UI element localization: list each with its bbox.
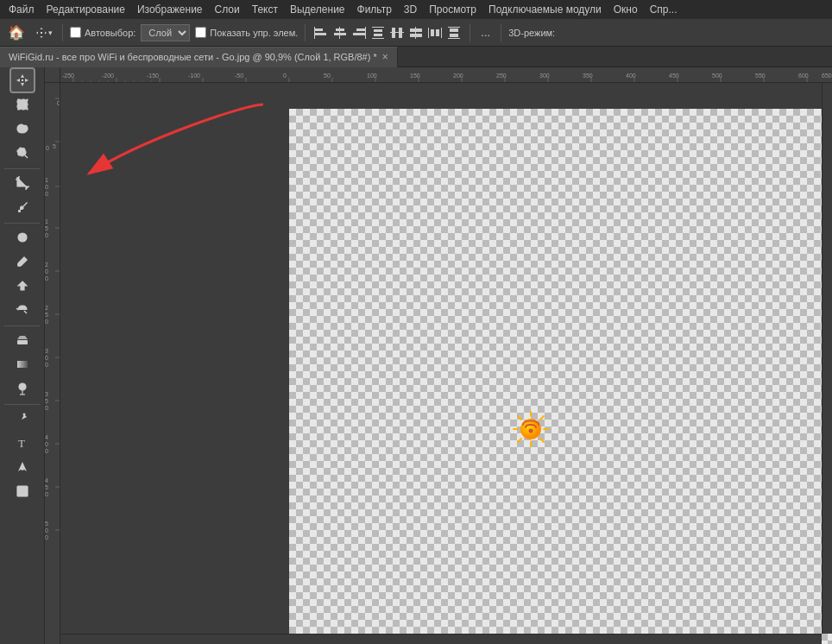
move-tool-btn[interactable]: ▾ — [33, 22, 55, 44]
wifi-sun-icon — [507, 405, 555, 448]
svg-rect-24 — [450, 28, 458, 32]
ruler-top: -250 -200 -150 -100 -50 0 50 100 150 200… — [60, 67, 832, 83]
svg-text:0: 0 — [283, 73, 287, 79]
svg-text:0: 0 — [45, 534, 48, 540]
menu-3d[interactable]: 3D — [399, 2, 422, 17]
svg-text:5: 5 — [45, 398, 48, 404]
distribute-icon[interactable] — [426, 24, 444, 41]
distribute-vert-icon[interactable] — [445, 24, 463, 41]
red-arrow-annotation — [73, 96, 272, 199]
svg-line-143 — [540, 439, 544, 442]
tool-spot-heal[interactable] — [11, 226, 34, 249]
svg-text:2: 2 — [45, 305, 48, 311]
svg-text:500: 500 — [712, 73, 722, 79]
svg-text:650: 650 — [822, 73, 832, 79]
tool-gradient[interactable] — [11, 353, 34, 376]
svg-rect-20 — [431, 29, 434, 36]
svg-rect-6 — [356, 28, 365, 31]
align-left-icon[interactable] — [312, 24, 330, 41]
svg-rect-40 — [17, 340, 28, 344]
tool-dodge[interactable] — [11, 377, 34, 400]
svg-text:450: 450 — [669, 73, 679, 79]
tool-eraser[interactable] — [11, 329, 34, 351]
svg-point-39 — [17, 263, 21, 267]
tool-history-brush[interactable] — [11, 299, 34, 321]
scrollbar-vertical[interactable] — [822, 83, 832, 634]
svg-text:350: 350 — [583, 73, 593, 79]
menu-edit[interactable]: Редактирование — [41, 2, 130, 17]
tool-shape[interactable] — [11, 480, 34, 502]
tool-separator-2 — [4, 223, 40, 224]
workspace: T -250 -200 -150 — [0, 67, 832, 644]
svg-text:-150: -150 — [147, 73, 159, 79]
show-transform-wrap[interactable]: Показать упр. элем. — [195, 27, 298, 38]
distribute-top-icon[interactable] — [369, 24, 387, 41]
menu-plugins[interactable]: Подключаемые модули — [483, 2, 607, 17]
svg-rect-42 — [17, 361, 28, 368]
align-vert-icon[interactable] — [388, 24, 406, 41]
svg-text:600: 600 — [798, 73, 809, 79]
tool-eyedropper[interactable] — [11, 196, 34, 218]
align-right-icon[interactable] — [350, 24, 368, 41]
menu-file[interactable]: Файл — [3, 2, 40, 17]
tool-marquee[interactable] — [11, 93, 34, 116]
tool-type[interactable]: T — [11, 432, 34, 454]
svg-rect-0 — [314, 28, 323, 31]
home-button[interactable]: 🏠 — [5, 22, 28, 44]
menubar: Файл Редактирование Изображение Слои Тек… — [0, 0, 832, 19]
document-tab[interactable]: WiFiGid.ru - все про WiFi и беспроводные… — [0, 47, 398, 67]
wifi-icon-container — [505, 402, 557, 450]
svg-text:0: 0 — [45, 448, 48, 454]
svg-text:1: 1 — [45, 218, 48, 224]
toolbar-separator-2 — [305, 24, 306, 41]
autoselect-select[interactable]: Слой — [141, 24, 190, 41]
align-horiz-icon[interactable] — [407, 24, 425, 41]
svg-text:300: 300 — [539, 73, 550, 79]
menu-help[interactable]: Спр... — [645, 2, 683, 17]
svg-text:400: 400 — [626, 73, 636, 79]
svg-text:5: 5 — [45, 225, 48, 231]
svg-rect-1 — [314, 33, 326, 35]
tool-quick-select[interactable] — [11, 142, 34, 164]
ruler-left: 0 5 0 1 0 0 1 5 0 2 0 0 2 — [45, 83, 60, 644]
svg-rect-12 — [374, 34, 382, 36]
svg-text:4: 4 — [45, 477, 48, 483]
menu-text[interactable]: Текст — [247, 2, 283, 17]
svg-text:5: 5 — [53, 143, 56, 149]
menu-select[interactable]: Выделение — [285, 2, 350, 17]
canvas-area: -250 -200 -150 -100 -50 0 50 100 150 200… — [45, 67, 832, 644]
svg-text:0: 0 — [45, 268, 48, 275]
menu-view[interactable]: Просмотр — [424, 2, 482, 17]
menu-image[interactable]: Изображение — [132, 2, 208, 17]
svg-text:0: 0 — [45, 275, 48, 281]
svg-text:5: 5 — [45, 521, 48, 527]
menu-filter[interactable]: Фильтр — [352, 2, 397, 17]
tool-clone[interactable] — [11, 275, 34, 297]
menu-layers[interactable]: Слои — [210, 2, 245, 17]
svg-text:0: 0 — [45, 319, 48, 325]
tool-move[interactable] — [11, 69, 34, 92]
show-transform-checkbox[interactable] — [195, 27, 206, 38]
tool-brush[interactable] — [11, 250, 34, 273]
svg-point-43 — [19, 383, 26, 390]
autoselect-checkbox[interactable] — [70, 27, 81, 38]
toolbar-separator-1 — [62, 24, 63, 41]
tool-pen[interactable] — [11, 407, 34, 430]
tool-path-select[interactable] — [11, 456, 34, 478]
scrollbar-horizontal[interactable] — [60, 634, 822, 644]
tab-close-btn[interactable]: × — [382, 52, 388, 62]
svg-rect-48 — [17, 486, 28, 496]
more-options-btn[interactable]: ... — [477, 26, 494, 39]
svg-text:5: 5 — [45, 484, 48, 490]
menu-window[interactable]: Окно — [608, 2, 643, 17]
tool-lasso[interactable] — [11, 117, 34, 140]
svg-rect-22 — [436, 29, 439, 36]
svg-text:3: 3 — [45, 391, 48, 397]
svg-text:-250: -250 — [62, 73, 74, 79]
tool-crop[interactable] — [11, 172, 34, 194]
align-center-icon[interactable] — [331, 24, 349, 41]
toolbar-separator-3 — [470, 24, 470, 41]
svg-rect-9 — [372, 27, 384, 28]
svg-rect-35 — [18, 210, 21, 212]
autoselect-checkbox-wrap[interactable]: Автовыбор: — [70, 27, 136, 38]
